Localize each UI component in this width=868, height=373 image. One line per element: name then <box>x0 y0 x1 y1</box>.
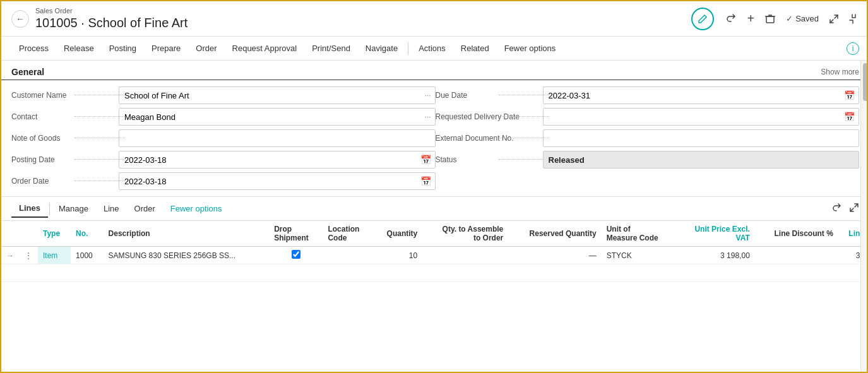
check-icon: ✓ <box>786 14 793 23</box>
due-date-label: Due Date <box>436 91 543 100</box>
delete-button[interactable] <box>764 13 776 25</box>
lines-tab-divider <box>49 203 50 215</box>
requested-delivery-date-calendar-icon[interactable]: 📅 <box>843 112 856 122</box>
scrollbar[interactable] <box>860 61 868 373</box>
expand-button[interactable] <box>829 14 839 24</box>
note-of-goods-row: Note of Goods <box>11 128 436 148</box>
note-of-goods-label: Note of Goods <box>11 134 119 143</box>
row-no[interactable]: 1000 <box>71 247 104 264</box>
row-dots-cell[interactable]: ⋮ <box>19 247 38 264</box>
row-uom-code[interactable]: STYCK <box>602 247 676 264</box>
requested-delivery-date-input[interactable] <box>546 110 843 124</box>
info-button[interactable]: i <box>847 42 859 55</box>
menu-prepare[interactable]: Prepare <box>144 38 188 58</box>
contact-field[interactable]: ··· <box>119 108 436 126</box>
posting-date-input[interactable] <box>122 153 419 167</box>
col-header-reserved-qty: Reserved Quantity <box>508 221 601 247</box>
row-unit-price[interactable]: 3 198,00 <box>676 247 755 264</box>
drop-shipment-checkbox[interactable] <box>292 250 300 259</box>
add-button[interactable]: + <box>747 11 754 26</box>
col-header-qty-assemble: Qty. to Assembleto Order <box>422 221 508 247</box>
lines-toolbar: Lines Manage Line Order Fewer options <box>1 197 868 221</box>
menu-order[interactable]: Order <box>188 38 224 58</box>
external-doc-field[interactable] <box>543 129 860 147</box>
external-doc-label: External Document No. <box>436 134 543 143</box>
order-date-calendar-icon[interactable]: 📅 <box>419 176 432 186</box>
lines-share-icon[interactable] <box>831 203 841 215</box>
menu-print-send[interactable]: Print/Send <box>304 38 358 58</box>
posting-date-calendar-icon[interactable]: 📅 <box>419 155 432 165</box>
row-drop-shipment[interactable] <box>269 247 323 264</box>
lines-icons <box>831 203 859 215</box>
row-description[interactable]: SAMSUNG 830 SERIES 256GB SS... <box>104 247 270 264</box>
customer-name-label: Customer Name <box>11 91 119 100</box>
show-more-button[interactable]: Show more <box>821 68 859 76</box>
page-title: 101005 · School of Fine Art <box>35 16 187 30</box>
share-icon <box>724 13 737 25</box>
menu-release[interactable]: Release <box>56 38 102 58</box>
col-header-type: Type <box>38 221 71 247</box>
row-reserved-qty: — <box>508 247 601 264</box>
due-date-calendar-icon[interactable]: 📅 <box>843 90 856 100</box>
general-title: General <box>11 67 44 77</box>
contact-input[interactable] <box>122 110 423 124</box>
lines-tab-fewer-options[interactable]: Fewer options <box>163 200 230 217</box>
lines-expand-icon[interactable] <box>849 203 859 215</box>
external-doc-input[interactable] <box>546 131 857 146</box>
collapse-button[interactable] <box>849 14 859 24</box>
posting-date-field[interactable]: 📅 <box>119 151 436 169</box>
customer-name-input[interactable] <box>122 88 423 103</box>
table-header-row: Type No. Description DropShipment Locati… <box>1 221 868 247</box>
menu-actions[interactable]: Actions <box>411 38 453 58</box>
col-header-dots <box>19 221 38 247</box>
due-date-input[interactable] <box>546 88 843 103</box>
lines-tab-order[interactable]: Order <box>127 200 163 217</box>
form-left-col: Customer Name ··· Contact ··· <box>11 85 436 191</box>
requested-delivery-date-label: Requested Delivery Date <box>436 112 543 121</box>
toolbar-divider <box>408 42 408 55</box>
customer-name-field[interactable]: ··· <box>119 86 436 104</box>
row-type[interactable]: Item <box>38 247 71 264</box>
lines-tab-line[interactable]: Line <box>96 200 127 217</box>
row-location-code[interactable] <box>323 247 373 264</box>
posting-date-label: Posting Date <box>11 155 119 164</box>
order-date-field[interactable]: 📅 <box>119 172 436 190</box>
menu-request-approval[interactable]: Request Approval <box>225 38 305 58</box>
share-button[interactable] <box>724 13 737 25</box>
external-doc-row: External Document No. <box>436 128 860 148</box>
order-date-input[interactable] <box>122 174 419 189</box>
menu-navigate[interactable]: Navigate <box>358 38 405 58</box>
due-date-field[interactable]: 📅 <box>543 86 860 104</box>
customer-name-lookup-icon[interactable]: ··· <box>423 91 432 100</box>
due-date-row: Due Date 📅 <box>436 85 860 105</box>
note-of-goods-field[interactable] <box>119 129 436 147</box>
back-button[interactable]: ← <box>11 10 29 28</box>
menu-posting[interactable]: Posting <box>102 38 144 58</box>
col-header-description: Description <box>104 221 270 247</box>
col-header-quantity: Quantity <box>373 221 422 247</box>
menu-process[interactable]: Process <box>11 38 56 58</box>
contact-lookup-icon[interactable]: ··· <box>423 112 432 121</box>
status-label: Status <box>436 155 543 164</box>
menu-related[interactable]: Related <box>453 38 497 58</box>
scrollbar-thumb[interactable] <box>863 63 868 101</box>
row-quantity[interactable]: 10 <box>373 247 422 264</box>
breadcrumb: Sales Order <box>35 7 187 15</box>
row-line-discount[interactable] <box>755 247 838 264</box>
menu-fewer-options[interactable]: Fewer options <box>497 38 564 58</box>
menu-toolbar: Process Release Posting Prepare Order Re… <box>1 37 868 61</box>
lines-tab-lines[interactable]: Lines <box>11 199 48 218</box>
requested-delivery-date-field[interactable]: 📅 <box>543 108 860 126</box>
note-of-goods-input[interactable] <box>122 131 432 146</box>
contact-row: Contact ··· <box>11 107 436 127</box>
col-header-arrow <box>1 221 19 247</box>
row-qty-assemble[interactable] <box>422 247 508 264</box>
lines-tab-manage[interactable]: Manage <box>51 200 96 217</box>
col-header-uom-code: Unit ofMeasure Code <box>602 221 676 247</box>
row-arrow: → <box>1 247 19 264</box>
row-context-menu-button[interactable]: ⋮ <box>24 251 33 261</box>
contact-label: Contact <box>11 112 119 121</box>
status-badge: Released <box>549 155 585 165</box>
edit-button[interactable] <box>691 8 714 30</box>
posting-date-row: Posting Date 📅 <box>11 150 436 170</box>
